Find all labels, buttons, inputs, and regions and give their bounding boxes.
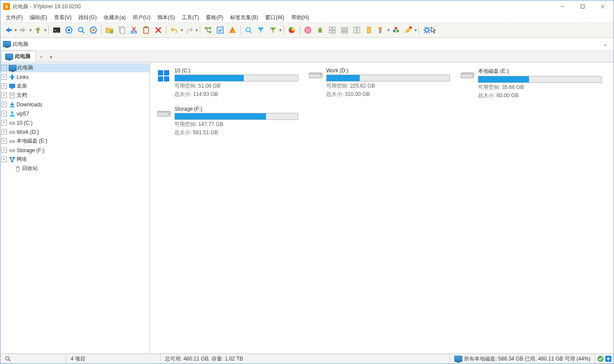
tab-thispc[interactable]: 此电脑 — [1, 51, 36, 62]
terminal-icon[interactable]: >_ — [51, 25, 62, 35]
up-dropdown[interactable]: ▾ — [44, 27, 47, 33]
drive-item[interactable]: 本地磁盘 (E:)可用空间: 35.66 GB总大小: 60.00 GB — [454, 66, 605, 104]
search-icon[interactable] — [243, 25, 254, 35]
android-icon[interactable] — [315, 25, 325, 35]
forward-button[interactable] — [18, 25, 28, 35]
redo-icon[interactable] — [184, 25, 194, 35]
copy-icon[interactable] — [116, 25, 127, 35]
menu-脚本s[interactable]: 脚本(S) — [154, 13, 178, 22]
svg-rect-90 — [164, 70, 169, 75]
tab-list-button[interactable]: ▾ — [46, 52, 56, 62]
window-title: 此电脑 - XYplorer 19.10.0200 — [13, 3, 553, 10]
tree-expand[interactable]: + — [1, 83, 7, 89]
drive-item[interactable]: Storage (F:)可用空间: 147.77 GB总大小: 561.51 G… — [150, 104, 302, 143]
menu-跳转g[interactable]: 跳转(G) — [75, 13, 100, 22]
tree-expand[interactable]: + — [1, 129, 7, 135]
tree-expand[interactable]: + — [1, 102, 7, 107]
menu-帮助h[interactable]: 帮助(H) — [288, 13, 313, 22]
menu-窗口w[interactable]: 窗口(W) — [262, 13, 287, 22]
address-dropdown[interactable]: ⌄ — [600, 41, 611, 47]
list-icon[interactable] — [339, 25, 350, 35]
brush-dropdown[interactable]: ▾ — [387, 27, 390, 33]
tree-item-vip57[interactable]: +vip57 — [0, 109, 150, 118]
menu-收藏夹a[interactable]: 收藏夹(a) — [100, 13, 130, 22]
status-search[interactable] — [0, 354, 66, 364]
tree-item-[interactable]: +网络 — [0, 155, 150, 164]
menu-窗格p[interactable]: 窗格(P) — [202, 13, 227, 22]
up-button[interactable] — [33, 25, 43, 35]
disk-icon — [9, 147, 16, 154]
menu-用户u[interactable]: 用户(U) — [129, 13, 154, 22]
menu-文件f[interactable]: 文件(F) — [2, 13, 26, 22]
new-folder-icon[interactable]: + — [104, 25, 115, 35]
address-text: 此电脑 — [13, 41, 28, 48]
up-icon[interactable] — [605, 355, 612, 362]
tree-expand[interactable]: + — [1, 92, 7, 98]
tree-icon[interactable] — [203, 25, 213, 35]
select-icon[interactable] — [215, 25, 225, 35]
pizza-icon[interactable] — [227, 25, 238, 35]
svg-point-19 — [131, 31, 133, 34]
svg-rect-85 — [10, 157, 12, 159]
grid-small-icon[interactable] — [327, 25, 338, 35]
tree-item-downloads[interactable]: +Downloads — [0, 100, 150, 109]
spiral-icon[interactable] — [303, 25, 313, 35]
network-icon — [9, 156, 16, 163]
pencil-icon[interactable] — [403, 25, 413, 35]
minimize-button[interactable] — [553, 0, 573, 13]
drive-item[interactable]: Work (D:)可用空间: 225.62 GB总大小: 310.00 GB — [302, 66, 454, 104]
pencil-dropdown[interactable]: ▾ — [414, 27, 417, 33]
svg-rect-47 — [341, 30, 348, 31]
funnel-dropdown[interactable]: ▾ — [279, 27, 282, 33]
addressbar[interactable]: 此电脑 ⌄ — [0, 38, 614, 51]
tree-expand[interactable]: - — [1, 65, 7, 71]
tab-add-button[interactable]: + — [36, 52, 46, 62]
menu-查看v[interactable]: 查看(V) — [51, 13, 75, 22]
delete-icon[interactable] — [153, 25, 164, 35]
paste-icon[interactable] — [141, 25, 151, 35]
drive-name: 10 (C:) — [174, 68, 298, 74]
menu-标签页集b[interactable]: 标签页集(B) — [227, 13, 262, 22]
funnel-green-icon[interactable] — [268, 25, 278, 35]
tree-expand[interactable]: + — [1, 74, 7, 80]
search-blue-icon[interactable] — [76, 25, 86, 35]
close-button[interactable] — [593, 0, 613, 13]
undo-icon[interactable] — [169, 25, 180, 35]
svg-rect-53 — [379, 30, 381, 33]
tree-item-storagef[interactable]: +Storage (F:) — [0, 146, 150, 155]
funnel-blue-icon[interactable] — [256, 25, 266, 35]
svg-point-31 — [233, 30, 234, 31]
svg-point-80 — [14, 132, 14, 133]
target-icon[interactable] — [64, 25, 74, 35]
color-wheel-icon[interactable] — [391, 25, 401, 35]
tree-item-e[interactable]: +本地磁盘 (E:) — [0, 136, 150, 146]
svg-point-95 — [320, 75, 321, 76]
tree-expand[interactable]: + — [1, 120, 7, 126]
tree-item-[interactable]: +桌面 — [0, 82, 150, 91]
tree-item-workd[interactable]: +Work (D:) — [0, 127, 150, 136]
highlight-icon[interactable] — [364, 25, 374, 35]
brush-icon[interactable] — [376, 25, 386, 35]
columns-icon[interactable] — [351, 25, 362, 35]
play-circle-icon[interactable] — [88, 25, 99, 35]
tree-item-[interactable]: 回收站 — [0, 164, 150, 173]
menu-工具t[interactable]: 工具(T) — [178, 13, 202, 22]
tree-item-10c[interactable]: +10 (C:) — [0, 118, 150, 127]
tree-expand[interactable]: + — [1, 147, 7, 153]
chart-icon[interactable] — [287, 25, 297, 35]
tree-expand[interactable]: + — [1, 156, 7, 162]
menu-编辑e[interactable]: 编辑(E) — [26, 13, 51, 22]
back-button[interactable] — [3, 25, 14, 35]
drive-icon — [457, 68, 478, 102]
cut-icon[interactable] — [129, 25, 139, 35]
tree-item-links[interactable]: +Links — [0, 72, 150, 82]
tree-item-[interactable]: +文档 — [0, 91, 150, 100]
tree-expand[interactable]: + — [1, 111, 7, 116]
tree-expand[interactable]: + — [1, 138, 7, 144]
maximize-button[interactable] — [573, 0, 593, 13]
redo-dropdown[interactable]: ▾ — [195, 27, 198, 33]
drive-bar — [174, 113, 298, 120]
svg-text:+: + — [111, 30, 113, 34]
tree-item-[interactable]: -此电脑 — [0, 63, 150, 72]
drive-item[interactable]: 10 (C:)可用空间: 51.06 GB总大小: 114.93 GB — [150, 66, 302, 104]
